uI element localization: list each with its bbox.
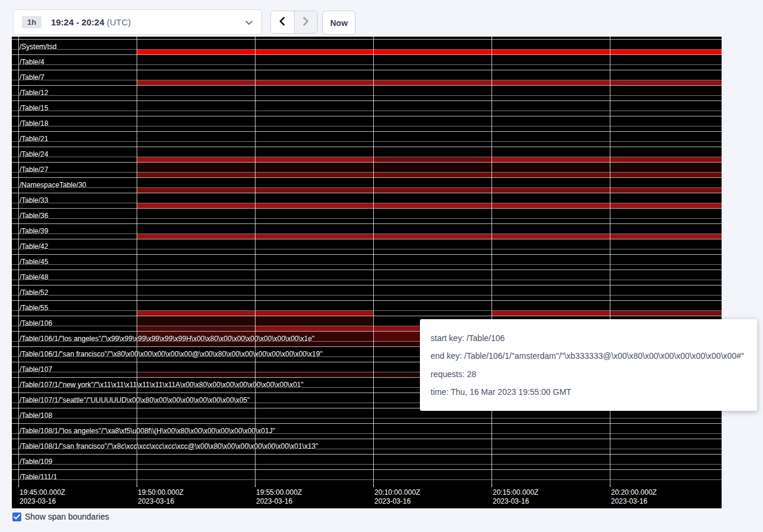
heat-cell[interactable] xyxy=(492,224,610,239)
span-row[interactable]: /Table/12 xyxy=(12,85,722,100)
heat-cell[interactable] xyxy=(255,178,373,193)
show-span-boundaries-checkbox[interactable] xyxy=(12,512,21,521)
heat-cell[interactable] xyxy=(137,301,255,316)
prev-window-button[interactable] xyxy=(271,11,294,33)
span-row[interactable]: /Table/48 xyxy=(12,270,722,285)
heat-cell[interactable] xyxy=(492,178,610,193)
heat-cell[interactable] xyxy=(137,163,255,177)
heat-cell[interactable] xyxy=(255,393,373,408)
heat-cell[interactable] xyxy=(492,209,610,223)
heat-cell[interactable] xyxy=(255,70,373,85)
heat-cell[interactable] xyxy=(373,55,492,70)
heat-cell[interactable] xyxy=(255,86,373,100)
heat-cell[interactable] xyxy=(255,255,373,270)
span-row[interactable]: /Table/39 xyxy=(12,223,722,239)
heat-cell[interactable] xyxy=(373,301,492,316)
heat-cell[interactable] xyxy=(610,255,722,270)
heat-cell[interactable] xyxy=(373,116,492,131)
heat-cell[interactable] xyxy=(137,255,255,270)
heat-cell[interactable] xyxy=(137,55,255,70)
heat-cell[interactable] xyxy=(373,178,492,193)
heat-cell[interactable] xyxy=(610,55,722,70)
span-row[interactable]: /Table/52 xyxy=(12,285,722,300)
span-row[interactable]: /Table/111/1 xyxy=(12,469,722,485)
heat-cell[interactable] xyxy=(137,408,255,423)
heat-cell[interactable] xyxy=(610,132,722,147)
span-row[interactable]: /Table/18 xyxy=(12,116,722,131)
key-visualizer-canvas[interactable]: /System/tsd/Table/4/Table/7/Table/12/Tab… xyxy=(12,37,722,508)
heat-cell[interactable] xyxy=(492,239,610,254)
heat-cell[interactable] xyxy=(137,209,255,223)
heat-cell[interactable] xyxy=(255,116,373,131)
heat-cell[interactable] xyxy=(137,455,255,469)
heat-cell[interactable] xyxy=(610,439,722,454)
heat-cell[interactable] xyxy=(492,163,610,177)
heat-cell[interactable] xyxy=(373,147,492,162)
span-row[interactable]: /Table/27 xyxy=(12,162,722,177)
heat-cell[interactable] xyxy=(255,55,373,70)
heat-cell[interactable] xyxy=(610,86,722,100)
heat-cell[interactable] xyxy=(373,209,492,223)
heat-cell[interactable] xyxy=(610,40,722,54)
heat-cell[interactable] xyxy=(255,193,373,208)
span-row[interactable]: /Table/36 xyxy=(12,208,722,223)
heat-cell[interactable] xyxy=(610,70,722,85)
heat-cell[interactable] xyxy=(137,86,255,100)
heat-cell[interactable] xyxy=(610,286,722,300)
heat-cell[interactable] xyxy=(373,439,492,454)
heat-cell[interactable] xyxy=(610,147,722,162)
heat-cell[interactable] xyxy=(373,101,492,116)
heat-cell[interactable] xyxy=(137,286,255,300)
heat-cell[interactable] xyxy=(255,301,373,316)
heat-cell[interactable] xyxy=(255,147,373,162)
heat-cell[interactable] xyxy=(255,40,373,54)
heat-cell[interactable] xyxy=(373,239,492,254)
heat-cell[interactable] xyxy=(373,270,492,285)
heat-cell[interactable] xyxy=(137,239,255,254)
heat-cell[interactable] xyxy=(255,132,373,147)
heat-cell[interactable] xyxy=(373,224,492,239)
heat-cell[interactable] xyxy=(610,224,722,239)
heat-cell[interactable] xyxy=(610,101,722,116)
heat-cell[interactable] xyxy=(373,163,492,177)
heat-cell[interactable] xyxy=(373,455,492,469)
next-window-button[interactable] xyxy=(294,11,318,33)
heat-cell[interactable] xyxy=(492,70,610,85)
heat-cell[interactable] xyxy=(255,224,373,239)
heat-cell[interactable] xyxy=(255,455,373,469)
heat-cell[interactable] xyxy=(373,424,492,439)
heat-cell[interactable] xyxy=(492,470,610,485)
heat-cell[interactable] xyxy=(492,424,610,439)
heat-cell[interactable] xyxy=(373,255,492,270)
span-row[interactable]: /Table/4 xyxy=(12,54,722,70)
heat-cell[interactable] xyxy=(610,193,722,208)
span-row[interactable]: /Table/55 xyxy=(12,300,722,316)
heat-cell[interactable] xyxy=(255,470,373,485)
span-row[interactable]: /Table/109 xyxy=(12,454,722,469)
heat-cell[interactable] xyxy=(137,362,255,377)
heat-cell[interactable] xyxy=(137,270,255,285)
heat-cell[interactable] xyxy=(137,101,255,116)
heat-cell[interactable] xyxy=(255,286,373,300)
heat-cell[interactable] xyxy=(492,301,610,316)
heat-cell[interactable] xyxy=(492,40,610,54)
heat-cell[interactable] xyxy=(373,193,492,208)
span-row[interactable]: /Table/108/1/"los angeles"/"\xa8\xf5\u00… xyxy=(12,423,722,439)
heat-cell[interactable] xyxy=(492,270,610,285)
span-row[interactable]: /NamespaceTable/30 xyxy=(12,177,722,193)
heat-cell[interactable] xyxy=(255,270,373,285)
heat-cell[interactable] xyxy=(255,362,373,377)
heat-cell[interactable] xyxy=(610,470,722,485)
heat-cell[interactable] xyxy=(492,147,610,162)
heat-cell[interactable] xyxy=(492,439,610,454)
heat-cell[interactable] xyxy=(137,316,255,331)
span-row[interactable]: /Table/33 xyxy=(12,193,722,208)
span-row[interactable]: /System/tsd xyxy=(12,39,722,54)
heat-cell[interactable] xyxy=(610,116,722,131)
heat-cell[interactable] xyxy=(610,301,722,316)
span-row[interactable]: /Table/15 xyxy=(12,100,722,116)
heat-cell[interactable] xyxy=(137,147,255,162)
heat-cell[interactable] xyxy=(255,408,373,423)
heat-cell[interactable] xyxy=(137,70,255,85)
heat-cell[interactable] xyxy=(373,132,492,147)
